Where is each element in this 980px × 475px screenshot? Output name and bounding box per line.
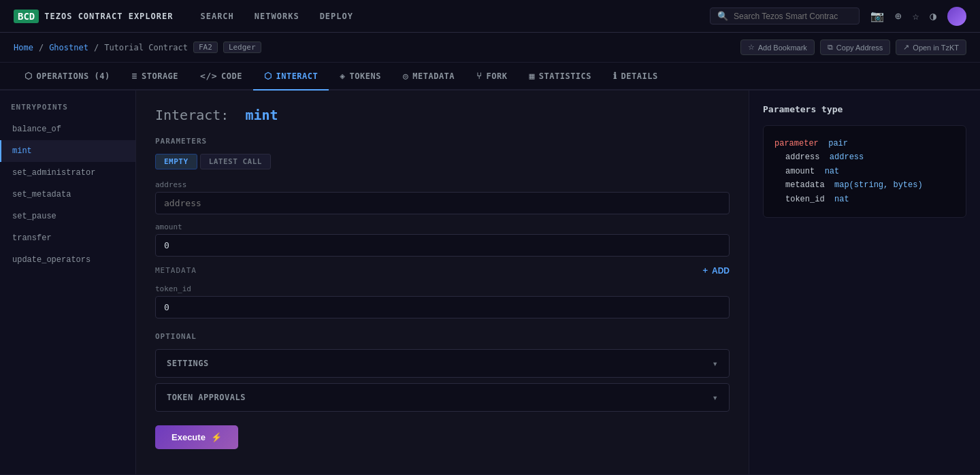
external-link-icon: ↗: [903, 43, 909, 52]
add-bookmark-label: Add Bookmark: [758, 44, 807, 52]
settings-collapsible[interactable]: Settings ▾: [155, 349, 730, 378]
code-address-type: address: [830, 152, 864, 162]
interact-title: Interact: mint: [155, 107, 730, 123]
nav-links: Search Networks Deploy: [200, 9, 710, 24]
code-pair-type: pair: [828, 139, 848, 148]
logo-icon: BCD: [14, 10, 39, 23]
interact-panel: Interact: mint Parameters Empty Latest C…: [136, 91, 749, 474]
add-bookmark-button[interactable]: ☆ Add Bookmark: [740, 39, 815, 55]
pill-empty[interactable]: Empty: [155, 154, 197, 169]
tab-storage-label: Storage: [142, 71, 178, 81]
tab-pills: Empty Latest Call: [155, 154, 730, 169]
metadata-header: metadata ＋ ADD: [155, 265, 730, 276]
execute-button[interactable]: Execute ⚡: [155, 425, 238, 449]
tokens-icon: ◈: [340, 71, 345, 81]
tab-details-label: Details: [621, 71, 658, 81]
token-id-input[interactable]: [155, 296, 730, 318]
token-id-field-group: token_id: [155, 284, 730, 318]
logo-area[interactable]: BCD Tezos Contract Explorer: [14, 10, 173, 23]
amount-input[interactable]: [155, 234, 730, 257]
token-approvals-collapsible[interactable]: Token Approvals ▾: [155, 383, 730, 412]
code-address-field: address: [785, 152, 819, 162]
sidebar-header: Entrypoints: [0, 99, 135, 118]
code-amount-field: amount: [785, 167, 815, 176]
sidebar-item-update_operators[interactable]: update_operators: [0, 249, 135, 271]
sidebar-item-set_metadata[interactable]: set_metadata: [0, 184, 135, 206]
badge-ledger[interactable]: Ledger: [223, 42, 261, 53]
theme-icon[interactable]: ◑: [930, 10, 936, 22]
sidebar-item-set_pause[interactable]: set_pause: [0, 206, 135, 227]
amount-field-group: amount: [155, 223, 730, 257]
sidebar-item-mint[interactable]: mint: [0, 140, 135, 162]
tab-statistics-label: Statistics: [539, 71, 591, 81]
code-amount-type: nat: [825, 167, 840, 176]
plus-icon: ＋: [701, 265, 709, 276]
metadata-icon: ◎: [403, 71, 408, 81]
tab-interact-label: Interact: [276, 71, 318, 81]
tab-tokens[interactable]: ◈ Tokens: [329, 63, 392, 91]
search-icon: 🔍: [717, 11, 728, 21]
breadcrumb-sep1: /: [39, 43, 44, 52]
breadcrumb-sep2: /: [94, 43, 99, 52]
operations-icon: ⬡: [24, 71, 33, 81]
bookmark-icon: ☆: [748, 43, 755, 52]
execute-icon: ⚡: [211, 432, 222, 442]
breadcrumb-tutorial: Tutorial Contract: [104, 43, 188, 52]
optional-label: Optional: [155, 332, 730, 341]
tab-operations[interactable]: ⬡ Operations (4): [14, 63, 121, 91]
sidebar-item-transfer[interactable]: transfer: [0, 227, 135, 249]
token-approvals-label: Token Approvals: [167, 393, 246, 402]
tab-code-label: Code: [221, 71, 242, 81]
tab-interact[interactable]: ⬡ Interact: [253, 63, 329, 91]
logo-text: Tezos Contract Explorer: [44, 12, 173, 21]
tab-fork-label: Fork: [487, 71, 508, 81]
storage-icon: ≡: [132, 71, 137, 81]
tab-tokens-label: Tokens: [350, 71, 381, 81]
top-nav: BCD Tezos Contract Explorer Search Netwo…: [0, 0, 980, 33]
sidebar: Entrypoints balance_of mint set_administ…: [0, 91, 136, 474]
nav-link-search[interactable]: Search: [200, 9, 233, 24]
add-label: ADD: [712, 266, 730, 276]
address-input[interactable]: [155, 192, 730, 214]
breadcrumb: Home / Ghostnet / Tutorial Contract FA2 …: [0, 33, 980, 63]
type-panel-title: Parameters type: [763, 104, 966, 114]
interact-title-prefix: Interact:: [155, 107, 229, 123]
tab-details[interactable]: ℹ Details: [602, 63, 669, 91]
details-icon: ℹ: [613, 71, 617, 81]
tab-storage[interactable]: ≡ Storage: [121, 63, 189, 91]
bookmark-nav-icon[interactable]: ☆: [913, 10, 919, 22]
code-parameter-kw: parameter: [774, 139, 819, 148]
search-box[interactable]: 🔍: [710, 7, 860, 24]
pill-latest-call[interactable]: Latest Call: [200, 154, 271, 169]
type-panel: Parameters type parameter pair address a…: [749, 91, 980, 474]
metadata-add-button[interactable]: ＋ ADD: [701, 265, 730, 276]
avatar[interactable]: [947, 7, 966, 26]
badge-fa2[interactable]: FA2: [193, 42, 218, 53]
tab-metadata-label: Metadata: [412, 71, 455, 81]
interact-icon: ⬡: [264, 71, 272, 81]
tab-operations-label: Operations (4): [37, 71, 110, 81]
fork-icon: ⑂: [476, 71, 483, 81]
tab-metadata[interactable]: ◎ Metadata: [392, 63, 466, 91]
search-input[interactable]: [734, 12, 852, 21]
camera-icon[interactable]: 📷: [870, 10, 884, 22]
sidebar-item-set_administrator[interactable]: set_administrator: [0, 162, 135, 184]
open-tzkt-label: Open in TzKT: [913, 44, 959, 52]
copy-address-button[interactable]: ⧉ Copy Address: [820, 39, 890, 55]
breadcrumb-ghostnet[interactable]: Ghostnet: [49, 43, 88, 52]
tab-fork[interactable]: ⑂ Fork: [466, 63, 518, 91]
nav-link-networks[interactable]: Networks: [255, 9, 299, 24]
nav-link-deploy[interactable]: Deploy: [320, 9, 353, 24]
settings-label: Settings: [167, 359, 209, 368]
github-icon[interactable]: ⊕: [895, 10, 902, 22]
open-tzkt-button[interactable]: ↗ Open in TzKT: [896, 39, 966, 55]
tab-code[interactable]: </> Code: [189, 63, 253, 91]
sidebar-item-balance_of[interactable]: balance_of: [0, 118, 135, 140]
tab-statistics[interactable]: ▦ Statistics: [518, 63, 602, 91]
code-token-id-type: nat: [834, 195, 849, 204]
code-icon: </>: [200, 71, 217, 81]
copy-address-label: Copy Address: [836, 44, 883, 52]
breadcrumb-home[interactable]: Home: [14, 43, 33, 52]
interact-endpoint-name: mint: [245, 107, 278, 123]
code-token-id-field: token_id: [785, 195, 825, 204]
